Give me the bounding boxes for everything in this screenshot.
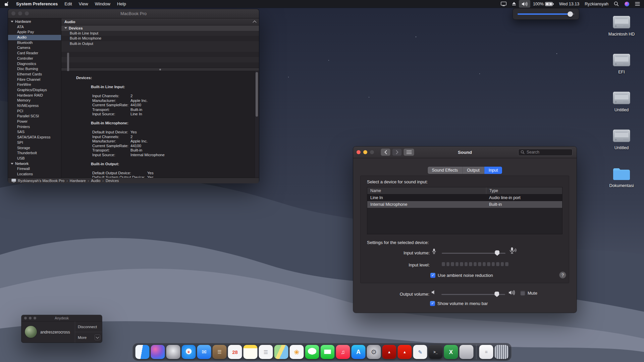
device-row-built-in-output[interactable]: Built-in Output — [61, 41, 259, 47]
dock-safari[interactable]: ✶ — [182, 345, 196, 359]
dock-terminal[interactable]: >_ — [429, 345, 443, 359]
close-button[interactable] — [24, 317, 27, 319]
dock-photos[interactable]: ❀ — [290, 345, 304, 359]
sidebar-item-parallel-scsi[interactable]: Parallel SCSI — [8, 114, 61, 119]
sidebar-item-usb[interactable]: USB — [8, 156, 61, 161]
mute-checkbox[interactable] — [520, 291, 525, 296]
menubar-clock[interactable]: Wed 13.13 — [556, 0, 582, 8]
battery-status[interactable]: 100% — [530, 0, 556, 8]
dock-textedit[interactable]: ≡ — [479, 345, 493, 359]
dock-notes[interactable] — [244, 345, 258, 359]
more-dropdown-button[interactable] — [95, 335, 100, 340]
sidebar-item-audio[interactable]: Audio — [8, 35, 61, 40]
sidebar-item-pci[interactable]: PCI — [8, 109, 61, 114]
dock-music[interactable]: ♫ — [336, 345, 350, 359]
more-button[interactable]: More — [75, 332, 102, 343]
desktop-icon-untitled[interactable]: Untitled — [600, 128, 643, 166]
zoom-button[interactable] — [370, 150, 374, 154]
dock-facetime[interactable] — [321, 345, 335, 359]
sidebar-item-disc-burning[interactable]: Disc Burning — [8, 66, 61, 72]
sidebar-item-sas[interactable]: SAS — [8, 129, 61, 135]
sidebar-item-power[interactable]: Power — [8, 119, 61, 124]
tab-sound-effects[interactable]: Sound Effects — [428, 167, 463, 174]
menu-view[interactable]: View — [75, 0, 92, 8]
pane-splitter[interactable] — [61, 68, 259, 71]
sidebar-item-printers[interactable]: Printers — [8, 124, 61, 130]
system-information-titlebar[interactable]: MacBook Pro — [8, 9, 259, 18]
dock-trash[interactable] — [495, 345, 509, 359]
table-row-line-in[interactable]: Line InAudio line-in port — [367, 194, 562, 201]
dock-app-store[interactable]: A — [352, 345, 366, 359]
dock-calendar[interactable]: 28 — [228, 345, 242, 359]
sidebar-item-sata-sata-express[interactable]: SATA/SATA Express — [8, 135, 61, 140]
sidebar-item-hardware-raid[interactable]: Hardware RAID — [8, 93, 61, 98]
sidebar-item-hardware[interactable]: Hardware — [8, 19, 61, 24]
dock-preview[interactable]: ✎ — [413, 345, 427, 359]
zoom-button[interactable] — [34, 317, 36, 319]
sidebar-item-controller[interactable]: Controller — [8, 56, 61, 61]
sound-toolbar[interactable]: Sound — [353, 146, 577, 158]
detail-scrollbar[interactable] — [255, 71, 259, 178]
notification-list-icon[interactable] — [632, 0, 643, 8]
devices-group-row[interactable]: Devices — [61, 25, 259, 31]
menu-edit[interactable]: Edit — [61, 0, 75, 8]
desktop-icon-efi[interactable]: EFI — [600, 52, 643, 90]
output-volume-slider[interactable] — [441, 292, 505, 297]
desktop-icon-untitled[interactable]: Untitled — [600, 90, 643, 128]
minimize-button[interactable] — [363, 150, 367, 154]
sidebar-item-card-reader[interactable]: Card Reader — [8, 51, 61, 56]
dock-system-preferences[interactable]: ⚙ — [367, 345, 381, 359]
detail-scrollbar-thumb[interactable] — [256, 72, 258, 117]
search-icon[interactable] — [611, 0, 622, 8]
desktop-icon-macintosh-hd[interactable]: Macintosh HD — [600, 14, 643, 52]
zoom-button[interactable] — [25, 11, 29, 15]
menubar-user[interactable]: Ryzkiansyah — [582, 0, 611, 8]
dock-keychain-access[interactable] — [460, 345, 474, 359]
sidebar-item-ata[interactable]: ATA — [8, 24, 61, 30]
disconnect-button[interactable]: Disconnect — [75, 321, 102, 332]
sidebar-item-diagnostics[interactable]: Diagnostics — [8, 61, 61, 67]
sidebar-item-camera[interactable]: Camera — [8, 45, 61, 51]
dock-mail[interactable]: ✉ — [197, 345, 211, 359]
sidebar-item-firewire[interactable]: FireWire — [8, 82, 61, 87]
sidebar-item-memory[interactable]: Memory — [8, 98, 61, 103]
menu-window[interactable]: Window — [92, 0, 114, 8]
sidebar-item-storage[interactable]: Storage — [8, 145, 61, 151]
sidebar-item-apple-pay[interactable]: Apple Pay — [8, 29, 61, 35]
volume-popup-slider[interactable] — [518, 13, 574, 15]
dock-maps[interactable] — [274, 345, 288, 359]
collapse-chevron-icon[interactable] — [253, 20, 256, 24]
dock-reminders[interactable]: ☰ — [259, 345, 273, 359]
back-button[interactable] — [381, 148, 390, 156]
menu-help[interactable]: Help — [114, 0, 129, 8]
ambient-noise-checkbox[interactable] — [430, 273, 435, 278]
table-row-internal-microphone[interactable]: Internal MicrophoneBuilt-in — [367, 201, 562, 208]
sidebar-item-ethernet-cards[interactable]: Ethernet Cards — [8, 72, 61, 77]
sidebar-item-graphics-displays[interactable]: Graphics/Displays — [8, 87, 61, 93]
sidebar-item-network[interactable]: Network — [8, 161, 61, 167]
search-field[interactable] — [518, 149, 573, 156]
show-all-preferences-button[interactable] — [404, 148, 414, 156]
display-icon[interactable] — [498, 0, 509, 8]
sidebar-item-thunderbolt[interactable]: Thunderbolt — [8, 150, 61, 156]
tab-output[interactable]: Output — [463, 167, 484, 174]
dock-contacts[interactable]: ☰ — [213, 345, 227, 359]
sidebar-item-firewall[interactable]: Firewall — [8, 166, 61, 172]
volume-popup-knob[interactable] — [568, 11, 573, 17]
input-volume-knob[interactable] — [495, 250, 499, 256]
sidebar-item-locations[interactable]: Locations — [8, 172, 61, 177]
dock-adobe-reader[interactable]: ▲ — [398, 345, 412, 359]
close-button[interactable] — [11, 11, 15, 15]
eject-icon[interactable] — [509, 0, 519, 8]
dock-excel[interactable]: X — [444, 345, 458, 359]
dock-finder[interactable] — [136, 345, 150, 359]
sidebar-item-spi[interactable]: SPI — [8, 140, 61, 145]
dock-siri[interactable] — [151, 345, 165, 359]
dock-launchpad[interactable] — [166, 345, 180, 359]
app-menu-title[interactable]: System Preferences — [13, 0, 61, 8]
device-row-built-in-microphone[interactable]: Built-in Microphone — [61, 36, 259, 41]
input-volume-slider[interactable] — [442, 250, 505, 256]
forward-button[interactable] — [392, 148, 402, 156]
minimize-button[interactable] — [18, 11, 22, 15]
volume-icon[interactable] — [519, 0, 530, 8]
